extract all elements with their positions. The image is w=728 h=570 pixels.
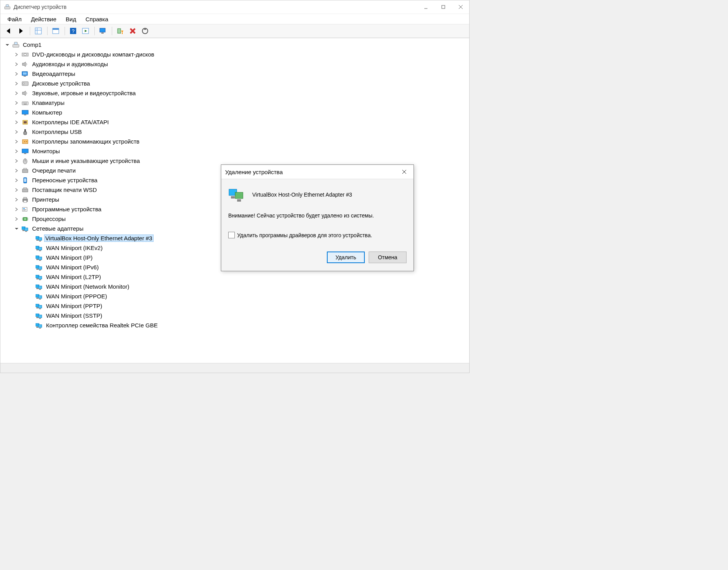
tree-item[interactable]: Дисковые устройства [0,79,469,88]
cancel-button[interactable]: Отмена [369,252,407,263]
audio-io-icon [21,61,29,68]
uninstall-dialog: Удаление устройства VirtualBox Host-Only… [221,164,414,271]
network-icon [35,264,43,271]
show-hidden-button[interactable] [32,26,44,36]
scan-hardware-button[interactable] [139,26,151,36]
chevron-right-icon[interactable] [14,168,20,174]
usb-icon [21,128,29,135]
uninstall-confirm-button[interactable]: Удалить [327,252,365,263]
chevron-right-icon[interactable] [14,100,20,106]
tree-item-label: Видеоадаптеры [31,70,76,77]
chevron-right-icon[interactable] [14,119,20,125]
tree-item[interactable]: WAN Miniport (L2TP) [0,272,469,282]
tree-item[interactable]: Контроллер семейства Realtek PCIe GBE [0,320,469,330]
back-button[interactable] [3,26,14,36]
tree-item[interactable]: DVD-дисководы и дисководы компакт-дисков [0,50,469,59]
tree-item-label: Контроллеры запоминающих устройств [31,138,140,145]
tree-item[interactable]: Контроллеры запоминающих устройств [0,137,469,146]
chevron-right-icon[interactable] [14,90,20,96]
menu-file[interactable]: Файл [3,15,26,23]
chevron-down-icon[interactable] [14,226,20,232]
chevron-down-icon[interactable] [4,42,10,48]
delete-driver-checkbox[interactable] [228,232,235,238]
chevron-right-icon[interactable] [14,197,20,203]
tree-item-label: WAN Miniport (IPv6) [45,264,99,270]
chevron-right-icon[interactable] [14,206,20,212]
chevron-right-icon[interactable] [14,110,20,116]
tree-item[interactable]: WAN Miniport (Network Monitor) [0,282,469,291]
chevron-right-icon[interactable] [14,80,20,87]
tree-item[interactable]: Клавиатуры [0,98,469,108]
display-adapter-icon [21,70,29,77]
printer-icon [21,196,29,203]
tree-item[interactable]: Контроллеры IDE ATA/ATAPI [0,117,469,127]
dialog-title: Удаление устройства [225,169,399,175]
tree-item[interactable]: WAN Miniport (PPTP) [0,301,469,311]
chevron-right-icon[interactable] [14,61,20,67]
cpu-icon [21,216,29,223]
chevron-right-icon[interactable] [14,216,20,222]
dialog-close-button[interactable] [399,166,410,177]
keyboard-icon [21,99,29,106]
tree-item-label: WAN Miniport (SSTP) [45,312,103,319]
tree-item[interactable]: Аудиовходы и аудиовыходы [0,59,469,69]
tree-item[interactable]: WAN Miniport (PPPOE) [0,291,469,301]
tree-item-label: Переносные устройства [31,177,98,183]
menu-help[interactable]: Справка [81,15,113,23]
titlebar: Диспетчер устройств [0,0,469,14]
tree-spacer [27,313,34,319]
maximize-button[interactable] [434,0,452,14]
menu-action[interactable]: Действие [26,15,61,23]
chevron-right-icon[interactable] [14,139,20,145]
software-device-icon [21,206,29,213]
refresh-button[interactable] [80,26,91,36]
uninstall-device-button[interactable] [127,26,138,36]
tree-item[interactable]: Comp1 [0,40,469,50]
network-icon [35,293,43,300]
tree-item[interactable]: Контроллеры USB [0,127,469,137]
tree-item[interactable]: Звуковые, игровые и видеоустройства [0,88,469,98]
disk-icon [21,80,29,87]
tree-spacer [27,274,34,280]
portable-icon [21,177,29,184]
menu-view[interactable]: Вид [61,15,81,23]
chevron-right-icon[interactable] [14,71,20,77]
tree-item[interactable]: Компьютер [0,108,469,117]
properties-button[interactable] [50,26,62,36]
mouse-icon [21,157,29,164]
dialog-body: VirtualBox Host-Only Ethernet Adapter #3… [221,179,414,271]
window-title: Диспетчер устройств [14,4,67,10]
help-button[interactable] [67,26,79,36]
print-queue-icon [21,167,29,174]
update-driver-button[interactable] [97,26,109,36]
chevron-right-icon[interactable] [14,148,20,154]
tree-spacer [27,235,34,241]
app-icon [4,4,10,10]
network-icon [35,312,43,319]
tree-item[interactable]: Видеоадаптеры [0,69,469,79]
enable-device-button[interactable] [114,26,126,36]
chevron-right-icon[interactable] [14,129,20,135]
forward-button[interactable] [15,26,27,36]
network-icon [21,225,29,232]
computer-root-icon [12,41,20,48]
close-button[interactable] [452,0,469,14]
minimize-button[interactable] [417,0,434,14]
tree-item[interactable]: Мониторы [0,146,469,156]
tree-item-label: WAN Miniport (L2TP) [45,274,102,280]
tree-item-label: Принтеры [31,196,60,203]
chevron-right-icon[interactable] [14,187,20,193]
statusbar [0,363,469,373]
chevron-right-icon[interactable] [14,158,20,164]
tree-item[interactable]: WAN Miniport (SSTP) [0,311,469,320]
tree-item-label: Клавиатуры [31,99,65,106]
tree-item-label: DVD-дисководы и дисководы компакт-дисков [31,51,155,58]
tree-item-label: WAN Miniport (Network Monitor) [45,283,130,290]
chevron-right-icon[interactable] [14,177,20,183]
tree-spacer [27,293,34,300]
tree-item-label: Контроллеры IDE ATA/ATAPI [31,119,109,125]
tree-item-label: Звуковые, игровые и видеоустройства [31,90,137,96]
network-icon [35,322,43,329]
ide-icon [21,119,29,126]
chevron-right-icon[interactable] [14,51,20,58]
